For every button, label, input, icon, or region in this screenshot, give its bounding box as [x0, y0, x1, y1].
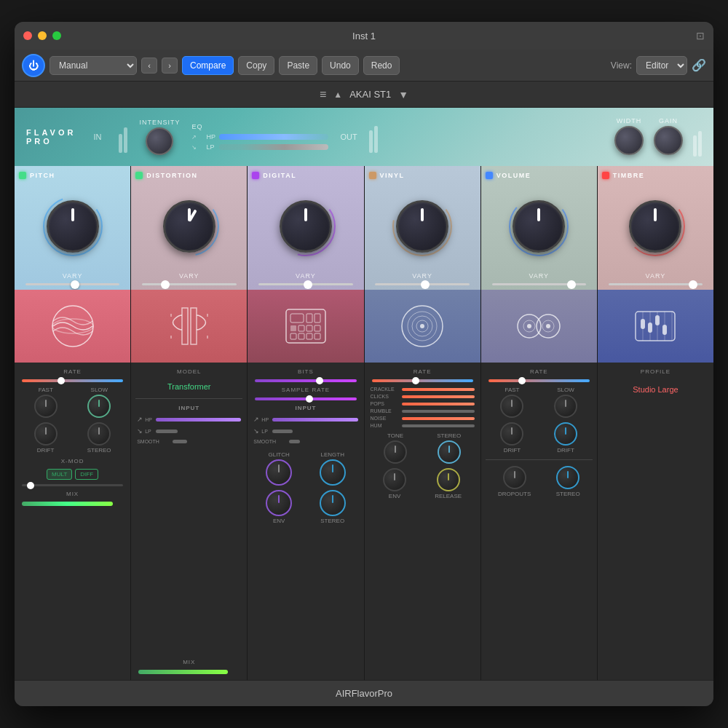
- gain-knob[interactable]: [654, 126, 683, 155]
- eq-section: EQ ↗ HP ↘ LP: [191, 123, 328, 151]
- volume-drift2-knob[interactable]: [554, 422, 577, 446]
- vinyl-env-knob[interactable]: [383, 468, 406, 491]
- distortion-lp-row: ↘ LP: [135, 427, 242, 435]
- preset-dropdown[interactable]: Manual: [50, 56, 137, 75]
- vinyl-rate-slider[interactable]: [369, 379, 476, 382]
- main-window: Inst 1 ⊡ ⏻ Manual ‹ › Compare Copy Paste…: [15, 22, 713, 706]
- digital-bits-slider[interactable]: [252, 379, 359, 382]
- volume-slow-knob[interactable]: [554, 395, 577, 418]
- volume-dropouts-knob[interactable]: [503, 466, 526, 489]
- close-button[interactable]: [23, 31, 32, 40]
- volume-drift1-knob[interactable]: [500, 422, 523, 446]
- eq-label: EQ: [191, 123, 202, 130]
- volume-led[interactable]: [486, 172, 493, 179]
- vinyl-clicks-slider[interactable]: [402, 395, 475, 398]
- volume-main-knob[interactable]: [513, 200, 565, 253]
- pitch-illustration: [15, 290, 130, 363]
- pitch-xmod-slider[interactable]: [19, 484, 126, 486]
- distortion-smooth-slider[interactable]: [173, 440, 187, 443]
- digital-glitch-length-row: GLITCH LENGTH: [252, 451, 359, 486]
- pitch-slow-knob[interactable]: [87, 395, 111, 418]
- digital-env-knob[interactable]: [266, 490, 292, 516]
- redo-button[interactable]: Redo: [363, 56, 400, 75]
- undo-button[interactable]: Undo: [322, 56, 359, 75]
- hp-row: ↗ HP: [191, 133, 328, 141]
- distortion-vary-slider[interactable]: [142, 283, 237, 285]
- pitch-diff-btn[interactable]: DIFF: [75, 469, 98, 480]
- pitch-drift-knob[interactable]: [34, 422, 58, 446]
- digital-glitch-knob[interactable]: [266, 459, 292, 486]
- svg-rect-5: [191, 308, 197, 344]
- vinyl-record-icon: [397, 301, 448, 352]
- digital-stereo-knob[interactable]: [320, 490, 346, 516]
- vinyl-rumble-slider[interactable]: [402, 410, 475, 413]
- compare-button[interactable]: Compare: [182, 56, 234, 75]
- volume-rate-slider[interactable]: [486, 379, 593, 382]
- pitch-rate-slider[interactable]: [19, 379, 126, 382]
- digital-length-knob[interactable]: [320, 459, 346, 486]
- volume-vary-slider[interactable]: [492, 283, 587, 285]
- volume-stereo-knob[interactable]: [556, 466, 579, 489]
- intensity-knob[interactable]: [146, 127, 173, 155]
- distortion-hp-slider[interactable]: [156, 418, 241, 422]
- maximize-button[interactable]: [52, 31, 61, 40]
- volume-fast-label: FAST: [505, 387, 519, 393]
- pitch-vary-slider[interactable]: [25, 283, 120, 285]
- svg-rect-22: [314, 333, 320, 339]
- svg-rect-14: [314, 314, 320, 323]
- minimize-button[interactable]: [38, 31, 47, 40]
- timbre-led[interactable]: [602, 172, 609, 179]
- svg-rect-17: [306, 325, 312, 331]
- distortion-model-value[interactable]: Transformer: [135, 379, 242, 392]
- preset-up-arrow[interactable]: ▲: [333, 90, 342, 100]
- lp-slider[interactable]: [219, 144, 328, 150]
- vinyl-led[interactable]: [369, 172, 376, 179]
- nav-next-button[interactable]: ›: [162, 58, 178, 74]
- digital-hp-slider[interactable]: [272, 418, 357, 422]
- logo: FLAVOR PRO: [26, 128, 76, 146]
- copy-button[interactable]: Copy: [238, 56, 274, 75]
- digital-vary-slider[interactable]: [258, 283, 353, 285]
- vu-meter-in: [119, 121, 127, 153]
- menu-icon[interactable]: ≡: [320, 88, 326, 101]
- svg-rect-12: [290, 314, 304, 323]
- vinyl-hum-slider[interactable]: [402, 424, 475, 427]
- link-icon[interactable]: 🔗: [692, 58, 706, 72]
- power-button[interactable]: ⏻: [22, 54, 45, 77]
- nav-prev-button[interactable]: ‹: [141, 58, 157, 74]
- vinyl-release-knob[interactable]: [437, 468, 460, 491]
- pitch-stereo-knob[interactable]: [87, 422, 111, 446]
- width-knob[interactable]: [614, 126, 644, 155]
- timbre-vary-slider[interactable]: [609, 283, 703, 285]
- hp-slider[interactable]: [219, 134, 328, 140]
- pitch-fast-knob[interactable]: [34, 395, 58, 418]
- digital-lp-slider[interactable]: [272, 430, 293, 433]
- vinyl-vary-slider[interactable]: [375, 283, 470, 285]
- vinyl-main-knob[interactable]: [396, 200, 448, 253]
- timbre-main-knob[interactable]: [629, 200, 681, 253]
- digital-led[interactable]: [252, 172, 259, 179]
- vinyl-crackle-slider[interactable]: [402, 388, 475, 391]
- pitch-led[interactable]: [19, 172, 26, 179]
- preset-dropdown-chevron[interactable]: ▼: [398, 89, 408, 100]
- vinyl-stereo-knob[interactable]: [438, 440, 461, 464]
- distortion-main-knob[interactable]: [163, 200, 215, 253]
- volume-fast-knob[interactable]: [500, 395, 523, 418]
- vinyl-noise-slider[interactable]: [402, 417, 475, 420]
- svg-rect-44: [648, 323, 652, 333]
- pitch-mult-btn[interactable]: MULT: [47, 469, 72, 480]
- distortion-illustration: [131, 290, 247, 363]
- digital-main-knob[interactable]: [280, 200, 332, 253]
- vinyl-tone-knob[interactable]: [384, 440, 407, 464]
- distortion-lp-slider[interactable]: [156, 430, 178, 433]
- timbre-profile-value[interactable]: Studio Large: [602, 379, 709, 398]
- pitch-bottom: RATE FAST SLOW: [15, 363, 130, 680]
- view-selector[interactable]: Editor: [636, 56, 687, 75]
- digital-smooth-slider[interactable]: [289, 440, 300, 443]
- paste-button[interactable]: Paste: [279, 56, 317, 75]
- digital-samplerate-slider[interactable]: [252, 397, 359, 400]
- distortion-led[interactable]: [135, 172, 143, 179]
- pitch-main-knob[interactable]: [47, 200, 99, 253]
- volume-divider: [486, 459, 593, 460]
- vinyl-pops-slider[interactable]: [402, 403, 475, 405]
